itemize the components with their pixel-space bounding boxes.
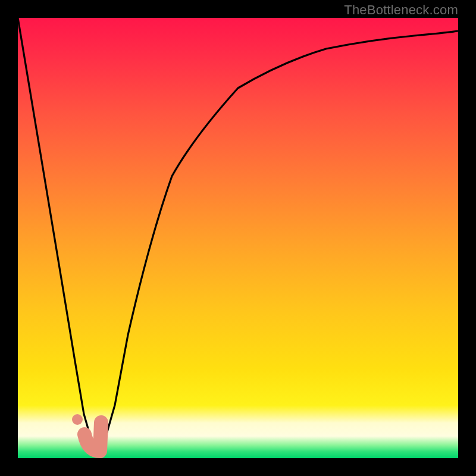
watermark-text: TheBottleneck.com	[344, 2, 458, 18]
highlight-dot	[72, 414, 83, 425]
curve-layer	[18, 18, 458, 458]
plot-area	[18, 18, 458, 458]
bottleneck-curve	[18, 18, 458, 449]
chart-frame: TheBottleneck.com	[0, 0, 476, 476]
